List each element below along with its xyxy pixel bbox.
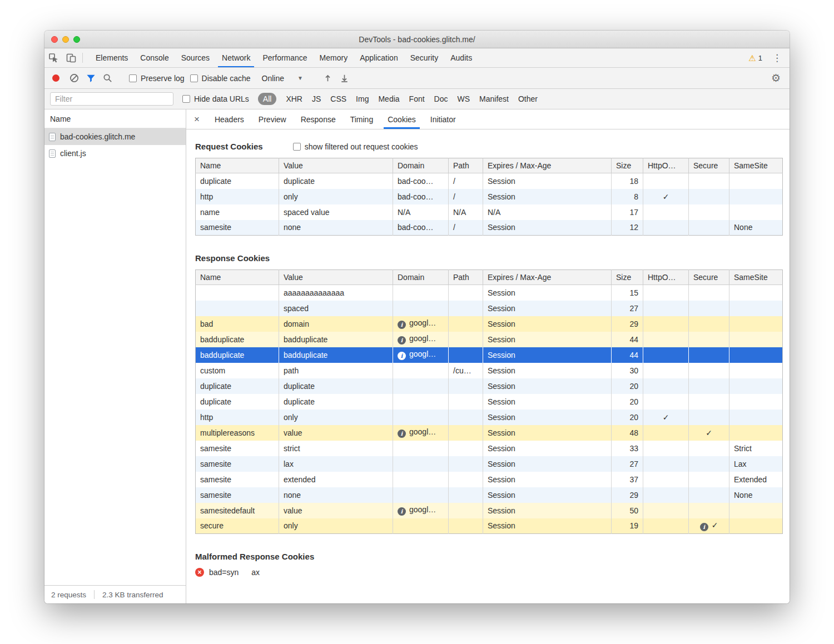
column-header[interactable]: Expires / Max-Age (483, 158, 612, 173)
column-header[interactable]: HttpO… (643, 158, 689, 173)
inspect-element-icon[interactable] (44, 48, 62, 67)
tab-performance[interactable]: Performance (256, 48, 313, 67)
tab-console[interactable]: Console (134, 48, 175, 67)
clear-icon[interactable] (68, 73, 80, 84)
disable-cache-checkbox-label[interactable]: Disable cache (190, 74, 251, 83)
more-options-icon[interactable]: ⋮ (768, 52, 786, 64)
cookie-row[interactable]: httponlySession20✓ (196, 410, 783, 425)
type-filter-font[interactable]: Font (409, 94, 425, 103)
cookie-row[interactable]: samesiteextendedSession37Extended (196, 472, 783, 487)
zoom-window-button[interactable] (73, 36, 80, 43)
hide-data-urls-checkbox[interactable] (182, 95, 190, 103)
column-header[interactable]: SameSite (729, 270, 783, 285)
column-header[interactable]: Expires / Max-Age (483, 270, 612, 285)
type-filter-js[interactable]: JS (312, 94, 321, 103)
type-filter-ws[interactable]: WS (458, 94, 470, 103)
minimize-window-button[interactable] (62, 36, 69, 43)
preserve-log-checkbox-label[interactable]: Preserve log (129, 74, 185, 83)
type-filter-img[interactable]: Img (356, 94, 369, 103)
import-har-icon[interactable] (322, 73, 334, 84)
cookie-row[interactable]: badduplicatebadduplicateigoogl…Session44 (196, 332, 783, 347)
cell-value: badduplicate (279, 347, 393, 363)
column-header[interactable]: Value (279, 270, 393, 285)
close-window-button[interactable] (51, 36, 58, 43)
show-filtered-checkbox[interactable] (293, 143, 301, 151)
requests-name-column-header[interactable]: Name (44, 109, 186, 128)
cookie-row[interactable]: samesitestrictSession33Strict (196, 441, 783, 456)
column-header[interactable]: Name (196, 270, 279, 285)
column-header[interactable]: Size (612, 270, 643, 285)
detail-tab-initiator[interactable]: Initiator (423, 109, 463, 129)
preserve-log-checkbox[interactable] (129, 74, 137, 82)
cell-httponly (643, 456, 689, 472)
show-filtered-text: show filtered out request cookies (305, 142, 418, 151)
detail-tab-headers[interactable]: Headers (207, 109, 251, 129)
tab-audits[interactable]: Audits (444, 48, 478, 67)
show-filtered-checkbox-label[interactable]: show filtered out request cookies (293, 142, 418, 151)
cell-size: 20 (612, 378, 643, 394)
column-header[interactable]: Domain (393, 158, 449, 173)
cookie-row[interactable]: badduplicatebadduplicateigoogl…Session44 (196, 347, 783, 363)
cell-value: badduplicate (279, 332, 393, 347)
detail-tab-preview[interactable]: Preview (251, 109, 294, 129)
detail-tab-cookies[interactable]: Cookies (380, 109, 423, 129)
device-toolbar-icon[interactable] (62, 48, 80, 67)
cookie-row[interactable]: samesitelaxSession27Lax (196, 456, 783, 472)
tab-memory[interactable]: Memory (314, 48, 354, 67)
filter-icon[interactable] (85, 73, 96, 84)
cookie-row[interactable]: baddomainigoogl…Session29 (196, 316, 783, 332)
type-filter-manifest[interactable]: Manifest (479, 94, 509, 103)
filter-input[interactable] (50, 92, 173, 106)
column-header[interactable]: SameSite (729, 158, 783, 173)
type-filter-doc[interactable]: Doc (434, 94, 448, 103)
cookie-row[interactable]: samesitenoneSession29None (196, 487, 783, 503)
cookie-row[interactable]: spacedSession27 (196, 301, 783, 316)
cookie-row[interactable]: namespaced valueN/AN/AN/A17 (196, 204, 783, 220)
cell-secure (689, 410, 729, 425)
type-filter-media[interactable]: Media (378, 94, 399, 103)
detail-tab-timing[interactable]: Timing (343, 109, 381, 129)
cookie-row[interactable]: duplicateduplicateSession20 (196, 378, 783, 394)
warning-badge[interactable]: ⚠ 1 (746, 54, 765, 62)
column-header[interactable]: Secure (689, 158, 729, 173)
disable-cache-checkbox[interactable] (190, 74, 198, 82)
settings-gear-icon[interactable]: ⚙ (768, 72, 784, 84)
cookie-row[interactable]: duplicateduplicatebad-coo…/Session18 (196, 173, 783, 189)
close-details-button[interactable]: × (186, 109, 207, 129)
cookie-row[interactable]: multiplereasonsvalueigoogl…Session48✓ (196, 425, 783, 441)
cookie-row[interactable]: secureonlySession19i✓ (196, 518, 783, 534)
column-header[interactable]: Path (449, 270, 483, 285)
request-row[interactable]: client.js (44, 145, 186, 162)
tab-application[interactable]: Application (354, 48, 404, 67)
cookie-row[interactable]: samesitenonebad-coo…/Session12None (196, 220, 783, 236)
tab-elements[interactable]: Elements (90, 48, 134, 67)
cookie-row[interactable]: duplicateduplicateSession20 (196, 394, 783, 410)
type-filter-xhr[interactable]: XHR (286, 94, 302, 103)
column-header[interactable]: Value (279, 158, 393, 173)
detail-tab-response[interactable]: Response (294, 109, 343, 129)
throttling-dropdown[interactable]: Online ▼ (259, 73, 306, 84)
column-header[interactable]: Name (196, 158, 279, 173)
document-icon (49, 133, 56, 141)
tab-security[interactable]: Security (404, 48, 445, 67)
tab-sources[interactable]: Sources (175, 48, 216, 67)
type-filter-other[interactable]: Other (518, 94, 538, 103)
record-button[interactable] (52, 74, 59, 82)
hide-data-urls-checkbox-label[interactable]: Hide data URLs (182, 94, 249, 103)
column-header[interactable]: HttpO… (643, 270, 689, 285)
request-row[interactable]: bad-cookies.glitch.me (44, 128, 186, 145)
export-har-icon[interactable] (339, 73, 350, 84)
column-header[interactable]: Size (612, 158, 643, 173)
column-header[interactable]: Domain (393, 270, 449, 285)
column-header[interactable]: Path (449, 158, 483, 173)
column-header[interactable]: Secure (689, 270, 729, 285)
tab-network[interactable]: Network (216, 48, 256, 67)
search-icon[interactable] (102, 73, 113, 84)
cookie-row[interactable]: samesitedefaultvalueigoogl…Session50 (196, 503, 783, 518)
cookie-row[interactable]: aaaaaaaaaaaaaaSession15 (196, 285, 783, 301)
type-filter-all[interactable]: All (258, 93, 277, 105)
type-filter-css[interactable]: CSS (330, 94, 346, 103)
cookie-row[interactable]: httponlybad-coo…/Session8✓ (196, 189, 783, 204)
cell-secure (689, 316, 729, 332)
cookie-row[interactable]: custompath/cu…Session30 (196, 363, 783, 378)
